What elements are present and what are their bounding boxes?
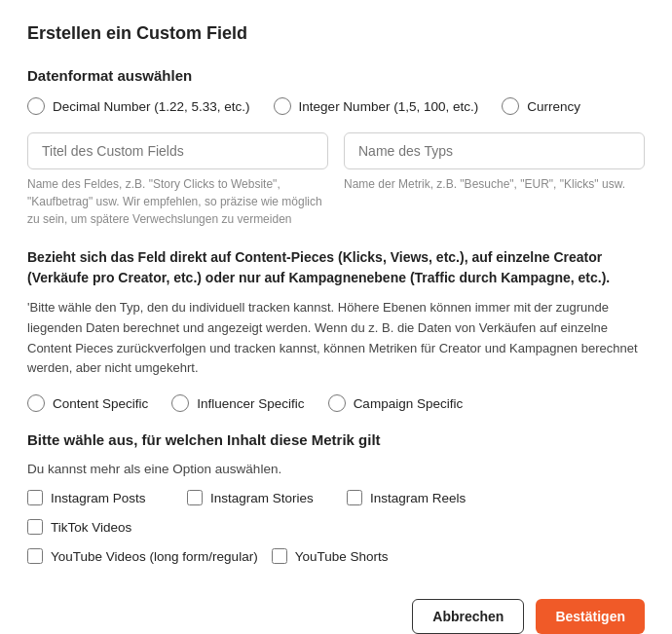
- bezieht-section: Bezieht sich das Feld direkt auf Content…: [27, 247, 645, 412]
- fields-row: Name des Feldes, z.B. "Story Clicks to W…: [27, 132, 645, 228]
- title-input[interactable]: [27, 132, 328, 169]
- checkbox-option-instagram-stories[interactable]: Instagram Stories: [187, 490, 333, 505]
- checkbox-instagram-posts[interactable]: [27, 490, 43, 505]
- checkbox-instagram-reels-label: Instagram Reels: [370, 491, 466, 505]
- checkbox-youtube-videos[interactable]: [27, 548, 43, 564]
- radio-option-integer[interactable]: Integer Number (1,5, 100, etc.): [274, 97, 479, 115]
- checkbox-option-instagram-reels[interactable]: Instagram Reels: [347, 490, 493, 505]
- radio-option-influencer[interactable]: Influencer Specific: [171, 394, 304, 412]
- inhalt-subtitle: Du kannst mehr als eine Option auswählen…: [27, 462, 645, 476]
- radio-option-campaign[interactable]: Campaign Specific: [328, 394, 464, 412]
- field-group-type: Name der Metrik, z.B. "Besuche", "EUR", …: [344, 132, 645, 228]
- radio-option-content[interactable]: Content Specific: [27, 394, 148, 412]
- radio-decimal[interactable]: [27, 97, 45, 115]
- datenformat-section: Datenformat auswählen Decimal Number (1.…: [27, 67, 645, 228]
- checkbox-option-youtube-videos[interactable]: YouTube Videos (long form/regular): [27, 548, 258, 564]
- bezieht-bold-text: Bezieht sich das Feld direkt auf Content…: [27, 247, 645, 288]
- datenformat-section-title: Datenformat auswählen: [27, 67, 645, 84]
- checkbox-youtube-shorts[interactable]: [272, 548, 287, 564]
- checkbox-youtube-videos-label: YouTube Videos (long form/regular): [51, 549, 258, 564]
- confirm-button[interactable]: Bestätigen: [536, 599, 645, 634]
- checkbox-option-youtube-shorts[interactable]: YouTube Shorts: [272, 548, 418, 564]
- checkbox-instagram-reels[interactable]: [347, 490, 362, 505]
- checkbox-option-tiktok-videos[interactable]: TikTok Videos: [27, 519, 173, 535]
- radio-integer-label: Integer Number (1,5, 100, etc.): [299, 99, 479, 114]
- radio-decimal-label: Decimal Number (1.22, 5.33, etc.): [53, 99, 250, 114]
- radio-influencer[interactable]: [171, 394, 189, 412]
- radio-campaign[interactable]: [328, 394, 346, 412]
- inhalt-section: Bitte wähle aus, für welchen Inhalt dies…: [27, 431, 645, 564]
- inhalt-checkbox-grid: Instagram Posts Instagram Stories Instag…: [27, 490, 645, 564]
- bezieht-radio-group: Content Specific Influencer Specific Cam…: [27, 394, 645, 412]
- radio-influencer-label: Influencer Specific: [197, 396, 304, 411]
- page-title: Erstellen ein Custom Field: [27, 23, 645, 44]
- radio-option-decimal[interactable]: Decimal Number (1.22, 5.33, etc.): [27, 97, 250, 115]
- checkbox-row-1: Instagram Posts Instagram Stories Instag…: [27, 490, 645, 535]
- checkbox-youtube-shorts-label: YouTube Shorts: [295, 549, 389, 564]
- radio-integer[interactable]: [274, 97, 291, 115]
- cancel-button[interactable]: Abbrechen: [412, 599, 524, 634]
- checkbox-row-2: YouTube Videos (long form/regular) YouTu…: [27, 548, 645, 564]
- bezieht-info-text: 'Bitte wähle den Typ, den du individuell…: [27, 298, 645, 379]
- radio-content-label: Content Specific: [53, 396, 148, 411]
- inhalt-section-title: Bitte wähle aus, für welchen Inhalt dies…: [27, 431, 645, 448]
- radio-option-currency[interactable]: Currency: [502, 97, 580, 115]
- title-hint: Name des Feldes, z.B. "Story Clicks to W…: [27, 175, 328, 228]
- checkbox-option-instagram-posts[interactable]: Instagram Posts: [27, 490, 173, 505]
- type-input[interactable]: [344, 132, 645, 169]
- checkbox-tiktok-videos-label: TikTok Videos: [51, 520, 131, 535]
- footer-buttons: Abbrechen Bestätigen: [27, 591, 645, 634]
- radio-campaign-label: Campaign Specific: [354, 396, 464, 411]
- radio-currency-label: Currency: [527, 99, 580, 114]
- radio-content[interactable]: [27, 394, 45, 412]
- datenformat-radio-group: Decimal Number (1.22, 5.33, etc.) Intege…: [27, 97, 645, 115]
- checkbox-instagram-posts-label: Instagram Posts: [51, 491, 146, 505]
- checkbox-instagram-stories[interactable]: [187, 490, 203, 505]
- radio-currency[interactable]: [502, 97, 519, 115]
- checkbox-instagram-stories-label: Instagram Stories: [210, 491, 314, 505]
- field-group-title: Name des Feldes, z.B. "Story Clicks to W…: [27, 132, 328, 228]
- type-hint: Name der Metrik, z.B. "Besuche", "EUR", …: [344, 175, 645, 193]
- checkbox-tiktok-videos[interactable]: [27, 519, 43, 535]
